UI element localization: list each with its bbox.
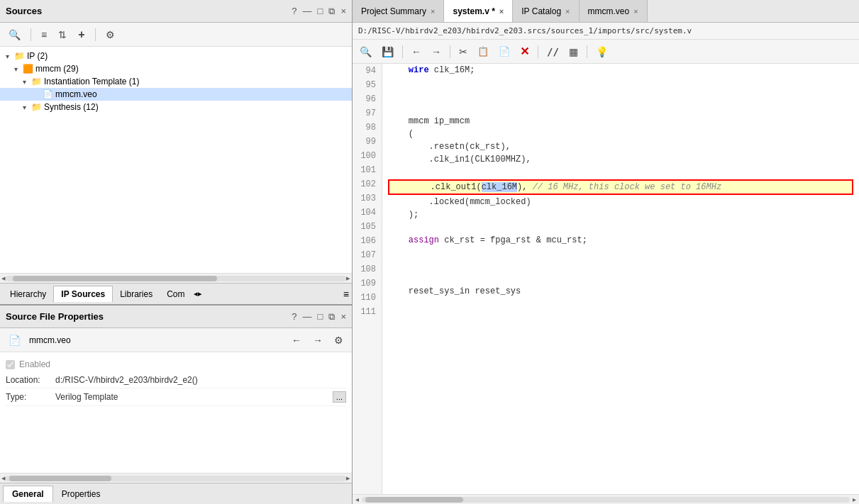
- tab-ip-catalog-label: IP Catalog: [521, 6, 561, 16]
- add-source-icon[interactable]: +: [75, 27, 87, 43]
- sources-close-icon[interactable]: ×: [340, 6, 346, 16]
- settings-icon[interactable]: ⚙: [103, 28, 118, 42]
- props-forward-icon[interactable]: →: [310, 333, 326, 347]
- code-editor[interactable]: 94 95 96 97 98 99 100 101 102 103 104 10…: [353, 64, 859, 494]
- tab-scroll-right-icon[interactable]: ▸: [198, 289, 202, 298]
- expand-all-icon[interactable]: ≡: [38, 28, 50, 42]
- hscroll-thumb[interactable]: [13, 276, 217, 281]
- editor-cut-icon[interactable]: ✂: [458, 45, 469, 59]
- editor-sep-2: [450, 45, 450, 58]
- editor-scroll-right-icon[interactable]: ▸: [850, 495, 859, 503]
- sources-help-icon[interactable]: ?: [292, 6, 297, 16]
- filepath-bar: D:/RISC-V/hbirdv2_e203/hbirdv2_e203.srcs…: [353, 23, 859, 40]
- sources-float-icon[interactable]: ⧉: [328, 6, 335, 17]
- tab-project-summary[interactable]: Project Summary ×: [353, 0, 444, 22]
- tree-item-mmcm[interactable]: ▾ 🟧 mmcm (29): [0, 62, 352, 75]
- code-line-111: reset_sys_in reset_sys: [388, 285, 853, 298]
- editor-grid-icon[interactable]: ▦: [567, 45, 580, 59]
- code-line-94: wire clk_16M;: [388, 64, 853, 77]
- sources-minimize-icon[interactable]: —: [303, 6, 312, 16]
- tab-hierarchy[interactable]: Hierarchy: [3, 286, 53, 302]
- props-hscrollbar[interactable]: ◂ ▸: [0, 473, 352, 483]
- tab-ip-sources[interactable]: IP Sources: [53, 286, 113, 302]
- tab-com[interactable]: Com: [160, 286, 192, 302]
- props-scroll-thumb[interactable]: [9, 476, 111, 481]
- tree-item-ip[interactable]: ▾ 📁 IP (2): [0, 50, 352, 62]
- enabled-checkbox[interactable]: [6, 360, 15, 369]
- tab-properties[interactable]: Properties: [53, 486, 109, 502]
- code-line-106: [388, 221, 853, 234]
- tab-libraries[interactable]: Libraries: [113, 286, 160, 302]
- line-num-99: 99: [353, 135, 382, 149]
- line-num-97: 97: [353, 106, 382, 121]
- props-float-icon[interactable]: ⧉: [328, 311, 335, 323]
- browse-button[interactable]: ...: [333, 391, 346, 403]
- editor-delete-icon[interactable]: ✕: [519, 43, 531, 60]
- hscroll-track[interactable]: [6, 276, 346, 281]
- editor-search-icon[interactable]: 🔍: [358, 45, 373, 59]
- arrow-inst[interactable]: ▾: [23, 78, 31, 86]
- props-maximize-icon[interactable]: □: [318, 311, 323, 322]
- editor-scroll-thumb[interactable]: [365, 497, 463, 503]
- code-content[interactable]: wire clk_16M; mmcm ip_mmcm ( .resetn(ck_…: [382, 64, 859, 494]
- editor-paste-icon[interactable]: 📄: [497, 45, 511, 58]
- tree-item-synthesis[interactable]: ▾ 📁 Synthesis (12): [0, 101, 352, 113]
- editor-comment-icon[interactable]: //: [545, 45, 560, 59]
- line-num-106: 106: [353, 234, 382, 248]
- editor-toolbar: 🔍 💾 ← → ✂ 📋 📄 ✕ // ▦ 💡: [353, 40, 859, 64]
- sources-title: Sources: [6, 6, 42, 16]
- scroll-right-icon[interactable]: ▸: [346, 274, 350, 283]
- tree-item-inst-tmpl[interactable]: ▾ 📁 Instantiation Template (1): [0, 75, 352, 88]
- props-settings-icon[interactable]: ⚙: [331, 333, 346, 347]
- line-num-96: 96: [353, 92, 382, 106]
- props-back-icon[interactable]: ←: [289, 333, 304, 347]
- props-scroll-track[interactable]: [6, 476, 346, 481]
- right-panel: Project Summary × system.v * × IP Catalo…: [353, 0, 859, 504]
- tab-general[interactable]: General: [3, 486, 53, 502]
- editor-undo-icon[interactable]: ←: [410, 45, 423, 59]
- file-icon-props: 📄: [6, 333, 23, 347]
- code-line-102: [388, 166, 853, 179]
- code-line-104: .locked(mmcm_locked): [388, 196, 853, 208]
- sources-maximize-icon[interactable]: □: [318, 6, 323, 16]
- code-line-98: mmcm ip_mmcm: [388, 115, 853, 128]
- enabled-label: Enabled: [19, 359, 50, 369]
- inst-tmpl-label: Instantiation Template (1): [44, 77, 140, 86]
- props-scroll-right-icon[interactable]: ▸: [346, 474, 350, 483]
- mmcm-block-icon: 🟧: [23, 64, 33, 74]
- editor-scroll-left-icon[interactable]: ◂: [353, 495, 362, 503]
- sort-icon[interactable]: ⇅: [55, 28, 70, 42]
- editor-scroll-track[interactable]: [362, 497, 850, 503]
- search-icon[interactable]: 🔍: [6, 28, 23, 42]
- arrow-synthesis[interactable]: ▾: [23, 103, 31, 111]
- arrow-ip[interactable]: ▾: [6, 52, 14, 60]
- editor-copy-icon[interactable]: 📋: [476, 45, 490, 58]
- properties-toolbar: 📄 mmcm.veo ← → ⚙: [0, 328, 352, 352]
- line-num-95: 95: [353, 78, 382, 92]
- editor-hscrollbar[interactable]: ◂ ▸: [353, 494, 859, 504]
- tab-project-summary-close[interactable]: ×: [431, 7, 435, 16]
- sources-tree[interactable]: ▾ 📁 IP (2) ▾ 🟧 mmcm (29) ▾ 📁 Instantiati…: [0, 47, 352, 273]
- editor-assist-icon[interactable]: 💡: [594, 45, 609, 59]
- code-line-110: [388, 272, 853, 285]
- editor-redo-icon[interactable]: →: [430, 45, 443, 59]
- toolbar-sep-1: [31, 28, 31, 41]
- tab-ip-catalog-close[interactable]: ×: [565, 7, 570, 16]
- tab-list-icon[interactable]: ≡: [343, 289, 349, 300]
- tab-system-v[interactable]: system.v * ×: [444, 0, 513, 22]
- props-close-icon[interactable]: ×: [340, 311, 346, 322]
- editor-save-icon[interactable]: 💾: [380, 45, 395, 59]
- tab-mmcm-veo-close[interactable]: ×: [633, 7, 638, 16]
- tree-item-mmcm-veo[interactable]: 📄 mmcm.veo: [0, 88, 352, 101]
- mmcm-label: mmcm (29): [35, 64, 79, 74]
- line-num-107: 107: [353, 248, 382, 262]
- properties-section: Source File Properties ? — □ ⧉ × 📄 mmcm.…: [0, 306, 352, 504]
- sources-hscrollbar[interactable]: ◂ ▸: [0, 273, 352, 283]
- tab-system-v-close[interactable]: ×: [499, 7, 504, 16]
- arrow-mmcm[interactable]: ▾: [14, 65, 23, 73]
- props-help-icon[interactable]: ?: [292, 311, 297, 322]
- tab-mmcm-veo[interactable]: mmcm.veo ×: [580, 0, 648, 22]
- code-line-105: );: [388, 208, 853, 221]
- props-minimize-icon[interactable]: —: [303, 311, 312, 322]
- tab-ip-catalog[interactable]: IP Catalog ×: [513, 0, 579, 22]
